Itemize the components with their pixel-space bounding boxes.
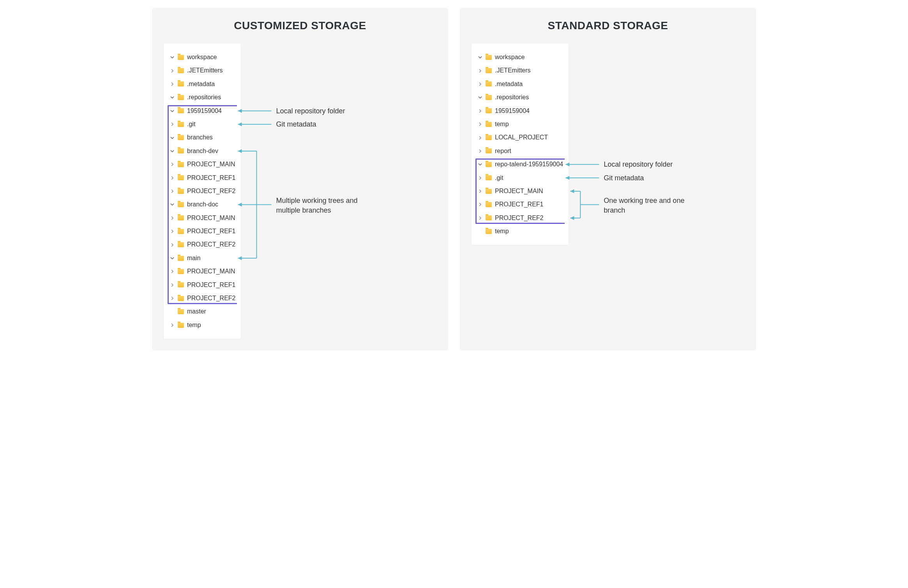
anno-local-repo: Local repository folder (604, 160, 673, 169)
standard-storage-panel: STANDARD STORAGE workspace.JETEmitters.m… (460, 8, 756, 350)
customized-storage-panel: CUSTOMIZED STORAGE workspace.JETEmitters… (152, 8, 448, 350)
anno-local-repo: Local repository folder (276, 106, 345, 116)
left-tree-wrap: workspace.JETEmitters.metadata.repositor… (164, 44, 241, 339)
left-annotations: Local repository folder Git metadata Mul… (164, 44, 366, 339)
anno-one-tree: One working tree and one branch (604, 196, 705, 215)
anno-git-metadata: Git metadata (276, 120, 316, 129)
customized-title: CUSTOMIZED STORAGE (164, 19, 436, 32)
right-annotations: Local repository folder Git metadata One… (472, 44, 693, 245)
anno-git-metadata: Git metadata (604, 173, 644, 183)
diagram-container: CUSTOMIZED STORAGE workspace.JETEmitters… (8, 8, 900, 350)
right-tree-wrap: workspace.JETEmitters.metadata.repositor… (472, 44, 569, 245)
anno-multiple-trees: Multiple working trees and multiple bran… (276, 196, 377, 215)
standard-title: STANDARD STORAGE (472, 19, 744, 32)
